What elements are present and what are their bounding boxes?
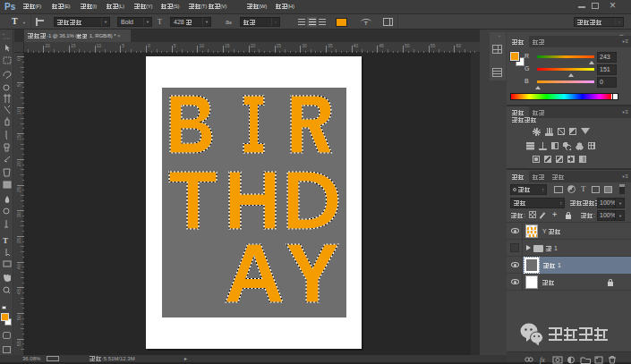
svg-text:fx: fx [540,356,545,364]
svg-text:T: T [3,236,8,245]
